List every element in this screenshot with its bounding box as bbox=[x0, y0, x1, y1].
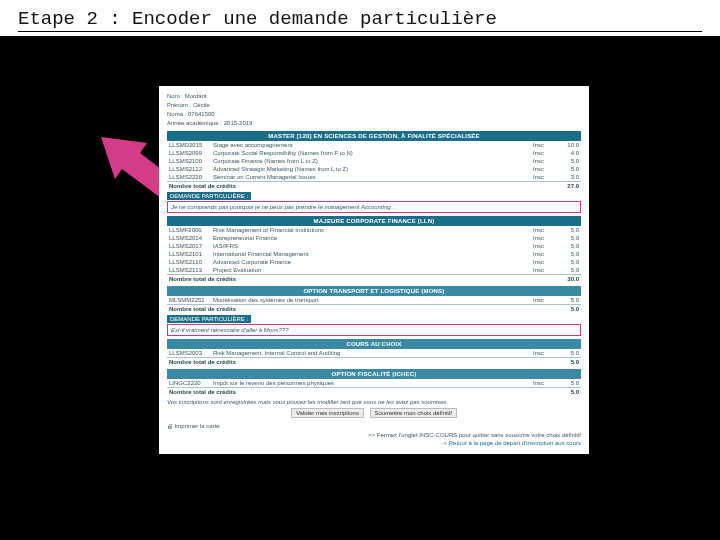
course-code: LLSMD2015 bbox=[167, 141, 211, 149]
total-value: 27.0 bbox=[559, 182, 581, 191]
prenom-label: Prénom : bbox=[167, 102, 191, 108]
course-status: Insc bbox=[531, 157, 559, 165]
course-name: IAS/IFRS bbox=[211, 242, 531, 250]
noma-value: 07641500 bbox=[188, 111, 215, 117]
course-credits: 3.0 bbox=[559, 173, 581, 182]
total-value: 5.0 bbox=[559, 358, 581, 367]
validate-button[interactable]: Valider mes inscriptions bbox=[291, 408, 364, 418]
course-code: LINGC2220 bbox=[167, 379, 211, 388]
course-status: Insc bbox=[531, 226, 559, 234]
course-code: LLSMS2220 bbox=[167, 173, 211, 182]
course-status: Insc bbox=[531, 266, 559, 275]
nom-value: Mordant bbox=[185, 93, 207, 99]
course-code: MLSMM2251 bbox=[167, 296, 211, 305]
table-row: LLSMS2220Seminar on Current Managerial I… bbox=[167, 173, 581, 182]
total-label: Nombre total de crédits bbox=[167, 182, 559, 191]
demande-label: DEMANDE PARTICULIÈRE : bbox=[167, 315, 251, 323]
enrollment-document: Nom : Mordant Prénom : Cécile Noma : 076… bbox=[159, 86, 589, 454]
table-row: LLSMD2015Stage avec accompagnementInsc10… bbox=[167, 141, 581, 149]
course-name: International Financial Management bbox=[211, 250, 531, 258]
course-status: Insc bbox=[531, 250, 559, 258]
course-name: Project Evaluation bbox=[211, 266, 531, 275]
course-credits: 5.0 bbox=[559, 296, 581, 305]
noma-label: Noma : bbox=[167, 111, 186, 117]
total-label: Nombre total de crédits bbox=[167, 358, 559, 367]
title-underline bbox=[18, 31, 702, 32]
course-status: Insc bbox=[531, 242, 559, 250]
course-status: Insc bbox=[531, 258, 559, 266]
course-name: Stage avec accompagnement bbox=[211, 141, 531, 149]
button-row: Valider mes inscriptions Soumettre mon c… bbox=[167, 408, 581, 418]
table-row: LLSMS2099Corporate Social Responsibility… bbox=[167, 149, 581, 157]
total-value: 5.0 bbox=[559, 388, 581, 397]
course-table: LLSMD2015Stage avec accompagnementInsc10… bbox=[167, 141, 581, 190]
total-label: Nombre total de crédits bbox=[167, 305, 559, 314]
course-code: LLSMS2017 bbox=[167, 242, 211, 250]
course-table: MLSMM2251Modélisation des systèmes de tr… bbox=[167, 296, 581, 313]
return-link[interactable]: -> Retour à la page de départ d'inscript… bbox=[167, 440, 581, 446]
table-row: LLSMS2101International Financial Managem… bbox=[167, 250, 581, 258]
annee-label: Année académique : bbox=[167, 120, 222, 126]
table-row: LLSMS2122Advanced Strategic Marketing (N… bbox=[167, 165, 581, 173]
table-row: LLSMS2100Corporate Finance (Names from L… bbox=[167, 157, 581, 165]
course-table: LINGC2220Impôt sur le revenu des personn… bbox=[167, 379, 581, 396]
demande-box[interactable]: Est-il vraiment nécessaire d'aller à Mon… bbox=[167, 324, 581, 336]
table-row: MLSMM2251Modélisation des systèmes de tr… bbox=[167, 296, 581, 305]
total-row: Nombre total de crédits5.0 bbox=[167, 305, 581, 314]
total-value: 30.0 bbox=[559, 275, 581, 284]
total-label: Nombre total de crédits bbox=[167, 388, 559, 397]
course-code: LLSMS2113 bbox=[167, 266, 211, 275]
course-credits: 5.0 bbox=[559, 250, 581, 258]
slide-title-bar: Etape 2 : Encoder une demande particuliè… bbox=[0, 0, 720, 39]
nom-label: Nom : bbox=[167, 93, 183, 99]
course-status: Insc bbox=[531, 149, 559, 157]
section-band: COURS AU CHOIX bbox=[167, 339, 581, 349]
table-row: LINGC2220Impôt sur le revenu des personn… bbox=[167, 379, 581, 388]
course-name: Impôt sur le revenu des personnes physiq… bbox=[211, 379, 531, 388]
course-name: Seminar on Current Managerial Issues bbox=[211, 173, 531, 182]
print-label: Imprimer la carte bbox=[175, 423, 220, 429]
course-credits: 5.0 bbox=[559, 165, 581, 173]
student-info: Nom : Mordant Prénom : Cécile Noma : 076… bbox=[167, 92, 581, 128]
section-band: MAJEURE CORPORATE FINANCE (LLN) bbox=[167, 216, 581, 226]
course-status: Insc bbox=[531, 349, 559, 358]
print-link[interactable]: 🖨 Imprimer la carte bbox=[167, 423, 220, 429]
course-name: Entrepreneurial Finance bbox=[211, 234, 531, 242]
table-row: LLSMS2017IAS/IFRSInsc5.0 bbox=[167, 242, 581, 250]
total-value: 5.0 bbox=[559, 305, 581, 314]
table-row: LLSMS2003Risk Management, Internal Contr… bbox=[167, 349, 581, 358]
demande-box[interactable]: Je ne comprends pas pourquoi je ne peux … bbox=[167, 201, 581, 213]
course-status: Insc bbox=[531, 379, 559, 388]
course-name: Corporate Social Responsibility (Names f… bbox=[211, 149, 531, 157]
course-status: Insc bbox=[531, 141, 559, 149]
course-code: LLSMF2006 bbox=[167, 226, 211, 234]
course-credits: 5.0 bbox=[559, 157, 581, 165]
course-name: Corporate Finance (Names from L to Z) bbox=[211, 157, 531, 165]
annee-value: 2015-2019 bbox=[224, 120, 253, 126]
course-status: Insc bbox=[531, 234, 559, 242]
demande-label: DEMANDE PARTICULIÈRE : bbox=[167, 192, 251, 200]
course-name: Risk Management of Financial Institution… bbox=[211, 226, 531, 234]
course-code: LLSMS2122 bbox=[167, 165, 211, 173]
course-name: Modélisation des systèmes de transport bbox=[211, 296, 531, 305]
submit-button[interactable]: Soumettre mon choix définitif bbox=[370, 408, 457, 418]
section-band: MASTER [120] EN SCIENCES DE GESTION, À F… bbox=[167, 131, 581, 141]
course-credits: 5.0 bbox=[559, 226, 581, 234]
section-band: OPTION FISCALITÉ (ICHEC) bbox=[167, 369, 581, 379]
course-code: LLSMS2003 bbox=[167, 349, 211, 358]
course-code: LLSMS2014 bbox=[167, 234, 211, 242]
total-row: Nombre total de crédits30.0 bbox=[167, 275, 581, 284]
section-band: OPTION TRANSPORT ET LOGISTIQUE (MONS) bbox=[167, 286, 581, 296]
course-code: LLSMS2099 bbox=[167, 149, 211, 157]
course-status: Insc bbox=[531, 173, 559, 182]
course-code: LLSMS2110 bbox=[167, 258, 211, 266]
course-credits: 5.0 bbox=[559, 349, 581, 358]
total-label: Nombre total de crédits bbox=[167, 275, 559, 284]
course-credits: 5.0 bbox=[559, 379, 581, 388]
course-table: LLSMS2003Risk Management, Internal Contr… bbox=[167, 349, 581, 366]
course-credits: 5.0 bbox=[559, 242, 581, 250]
course-credits: 4.0 bbox=[559, 149, 581, 157]
course-name: Risk Management, Internal Control and Au… bbox=[211, 349, 531, 358]
course-name: Advanced Strategic Marketing (Names from… bbox=[211, 165, 531, 173]
table-row: LLSMF2006Risk Management of Financial In… bbox=[167, 226, 581, 234]
